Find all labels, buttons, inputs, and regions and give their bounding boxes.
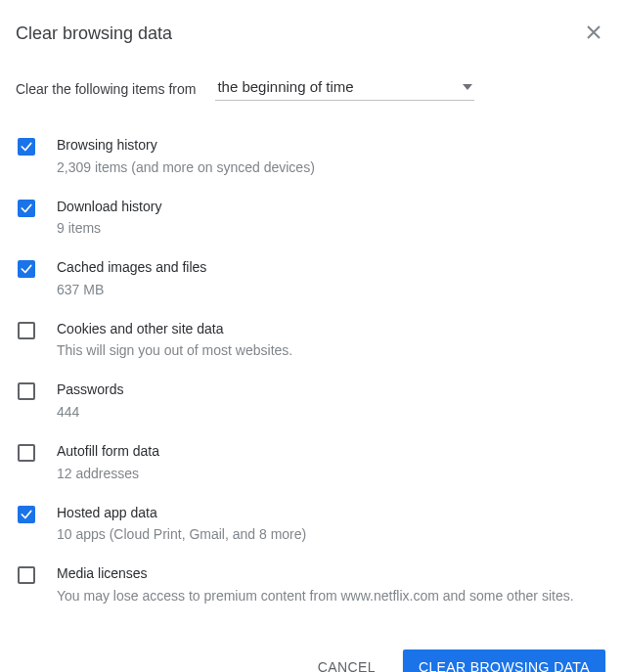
clear-browsing-data-button[interactable]: Clear browsing data <box>403 650 605 672</box>
checkbox-passwords[interactable] <box>18 382 35 400</box>
checkbox-wrap <box>18 381 35 400</box>
item-text: Hosted app data10 apps (Cloud Print, Gma… <box>57 504 607 546</box>
chevron-down-icon <box>463 82 472 92</box>
checkbox-hosted-app[interactable] <box>18 506 35 523</box>
item-text: Download history9 items <box>57 198 607 240</box>
item-title: Cached images and files <box>57 258 607 278</box>
item-row-download-history: Download history9 items <box>16 188 607 249</box>
item-row-passwords: Passwords444 <box>16 371 607 432</box>
item-text: Media licensesYou may lose access to pre… <box>57 564 607 606</box>
checkbox-media-licenses[interactable] <box>18 566 35 584</box>
item-subtitle: This will sign you out of most websites. <box>57 338 607 361</box>
item-text: Autofill form data12 addresses <box>57 442 607 484</box>
checkbox-wrap <box>18 258 35 278</box>
item-text: Passwords444 <box>57 381 607 423</box>
item-title: Cookies and other site data <box>57 320 607 339</box>
item-row-hosted-app: Hosted app data10 apps (Cloud Print, Gma… <box>16 494 607 556</box>
time-range-label: Clear the following items from <box>16 81 196 101</box>
check-icon <box>20 262 33 276</box>
item-text: Browsing history2,309 items (and more on… <box>57 136 607 178</box>
dialog-header: Clear browsing data <box>16 16 607 74</box>
item-row-cached-files: Cached images and files637 MB <box>16 248 607 310</box>
dialog-actions: Cancel Clear browsing data <box>16 616 607 672</box>
item-title: Autofill form data <box>57 442 607 462</box>
item-text: Cookies and other site dataThis will sig… <box>57 320 607 362</box>
checkbox-wrap <box>18 136 35 156</box>
time-range-row: Clear the following items from the begin… <box>16 74 607 122</box>
items-list: Browsing history2,309 items (and more on… <box>16 122 607 616</box>
checkbox-wrap <box>18 504 35 523</box>
item-subtitle: 2,309 items (and more on synced devices) <box>57 156 607 178</box>
item-row-autofill: Autofill form data12 addresses <box>16 432 607 494</box>
close-icon <box>587 25 601 42</box>
time-range-value: the beginning of time <box>217 78 353 95</box>
item-subtitle: 444 <box>57 400 607 423</box>
close-button[interactable] <box>580 20 607 47</box>
checkbox-download-history[interactable] <box>18 200 35 217</box>
time-range-select[interactable]: the beginning of time <box>215 74 474 101</box>
cancel-button[interactable]: Cancel <box>304 650 389 672</box>
check-icon <box>20 140 33 154</box>
item-subtitle: 637 MB <box>57 278 607 300</box>
item-title: Browsing history <box>57 136 607 156</box>
item-subtitle: You may lose access to premium content f… <box>57 584 607 606</box>
checkbox-wrap <box>18 198 35 217</box>
item-title: Download history <box>57 198 607 217</box>
checkbox-wrap <box>18 320 35 339</box>
checkbox-cookies[interactable] <box>18 322 35 339</box>
check-icon <box>20 202 33 215</box>
checkbox-autofill[interactable] <box>18 444 35 462</box>
dialog-title: Clear browsing data <box>16 23 172 44</box>
checkbox-wrap <box>18 564 35 584</box>
item-text: Cached images and files637 MB <box>57 258 607 300</box>
checkbox-wrap <box>18 442 35 462</box>
item-title: Hosted app data <box>57 504 607 523</box>
item-row-cookies: Cookies and other site dataThis will sig… <box>16 310 607 372</box>
item-subtitle: 12 addresses <box>57 462 607 484</box>
checkbox-cached-files[interactable] <box>18 260 35 278</box>
item-title: Media licenses <box>57 564 607 584</box>
item-row-browsing-history: Browsing history2,309 items (and more on… <box>16 126 607 188</box>
item-subtitle: 10 apps (Cloud Print, Gmail, and 8 more) <box>57 522 607 545</box>
item-row-media-licenses: Media licensesYou may lose access to pre… <box>16 555 607 616</box>
clear-browsing-data-dialog: Clear browsing data Clear the following … <box>0 0 623 672</box>
checkbox-browsing-history[interactable] <box>18 138 35 156</box>
check-icon <box>20 508 33 521</box>
item-subtitle: 9 items <box>57 216 607 239</box>
item-title: Passwords <box>57 381 607 400</box>
